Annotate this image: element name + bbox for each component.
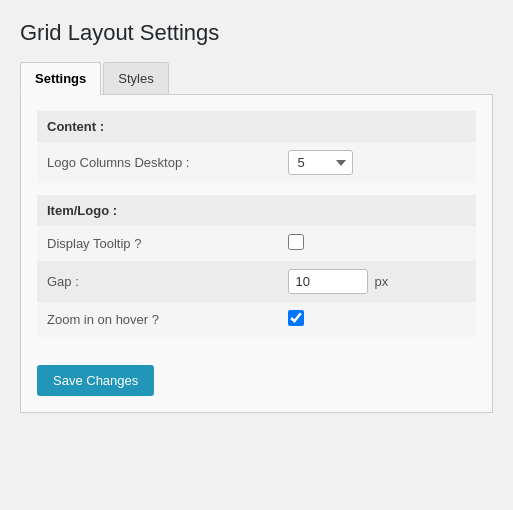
page-title: Grid Layout Settings (20, 20, 493, 46)
gap-input[interactable] (288, 269, 368, 294)
gap-control: px (278, 261, 476, 302)
display-tooltip-label: Display Tooltip ? (37, 226, 278, 261)
content-table: Logo Columns Desktop : 1 2 3 4 5 6 7 8 (37, 142, 476, 183)
zoom-hover-checkbox[interactable] (288, 310, 304, 326)
zoom-hover-label: Zoom in on hover ? (37, 302, 278, 337)
zoom-hover-control (278, 302, 476, 337)
gap-input-wrap: px (288, 269, 466, 294)
display-tooltip-checkbox[interactable] (288, 234, 304, 250)
tab-settings[interactable]: Settings (20, 62, 101, 95)
save-button[interactable]: Save Changes (37, 365, 154, 396)
settings-panel: Content : Logo Columns Desktop : 1 2 3 4… (20, 95, 493, 413)
table-row: Display Tooltip ? (37, 226, 476, 261)
logo-columns-control: 1 2 3 4 5 6 7 8 (278, 142, 476, 183)
table-row: Zoom in on hover ? (37, 302, 476, 337)
tabs-container: Settings Styles (20, 62, 493, 95)
gap-unit: px (374, 274, 388, 289)
gap-label: Gap : (37, 261, 278, 302)
logo-columns-select[interactable]: 1 2 3 4 5 6 7 8 (288, 150, 353, 175)
logo-columns-label: Logo Columns Desktop : (37, 142, 278, 183)
section-header-content: Content : (37, 111, 476, 142)
display-tooltip-control (278, 226, 476, 261)
table-row: Logo Columns Desktop : 1 2 3 4 5 6 7 8 (37, 142, 476, 183)
section-header-item-logo: Item/Logo : (37, 195, 476, 226)
tab-styles[interactable]: Styles (103, 62, 168, 94)
table-row: Gap : px (37, 261, 476, 302)
item-logo-table: Display Tooltip ? Gap : px Zoom in on ho… (37, 226, 476, 337)
